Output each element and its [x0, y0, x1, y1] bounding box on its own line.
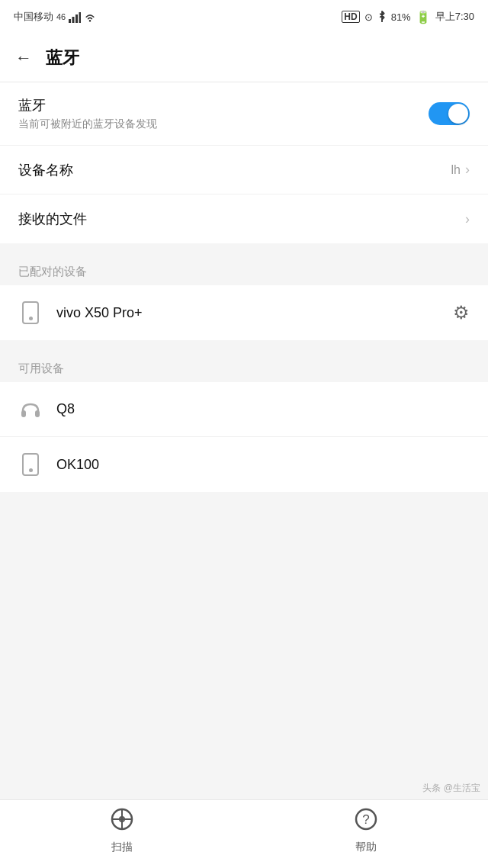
hd-label: HD	[342, 11, 359, 23]
gear-icon-vivo[interactable]: ⚙	[453, 302, 470, 323]
available-device-q8[interactable]: Q8	[0, 382, 488, 437]
device-name-right: lh ›	[451, 162, 470, 178]
nav-scan[interactable]: 扫描	[0, 806, 244, 854]
scan-label: 扫描	[111, 841, 133, 854]
help-icon: ?	[353, 806, 379, 837]
paired-devices-list: vivo X50 Pro+ ⚙	[0, 285, 488, 340]
toggle-knob	[448, 104, 468, 124]
page-title: 蓝牙	[46, 47, 79, 69]
available-devices-list: Q8 OK100	[0, 382, 488, 492]
page-header: ← 蓝牙	[0, 34, 488, 82]
network-type: 46	[56, 12, 66, 21]
paired-section-header: 已配对的设备	[0, 251, 488, 285]
signal-icon	[69, 11, 81, 23]
phone-shape-ok100	[22, 453, 39, 476]
device-left-q8: Q8	[18, 397, 75, 422]
received-files-row[interactable]: 接收的文件 ›	[0, 194, 488, 243]
device-left-vivo: vivo X50 Pro+	[18, 301, 143, 325]
available-section-header: 可用设备	[0, 348, 488, 382]
svg-rect-7	[35, 410, 40, 417]
svg-rect-2	[75, 14, 78, 23]
scan-icon	[109, 806, 135, 837]
ok100-device-name: OK100	[56, 457, 99, 473]
headphone-icon-q8	[18, 397, 43, 422]
help-label: 帮助	[355, 841, 377, 854]
nav-help[interactable]: ? 帮助	[244, 806, 488, 854]
bottom-spacer	[0, 493, 488, 570]
device-name-chevron: ›	[465, 162, 470, 178]
bluetooth-status-icon	[377, 11, 387, 24]
received-files-chevron: ›	[465, 211, 470, 227]
received-files-right: ›	[465, 211, 470, 227]
svg-rect-3	[79, 12, 82, 23]
section-divider-1	[0, 245, 488, 251]
svg-rect-1	[72, 17, 75, 23]
received-files-label: 接收的文件	[18, 210, 87, 228]
status-bar: 中国移动 46 HD ⊙	[0, 0, 488, 34]
svg-rect-0	[69, 19, 71, 23]
svg-text:?: ?	[362, 812, 369, 827]
device-name-row[interactable]: 设备名称 lh ›	[0, 146, 488, 194]
back-button[interactable]: ←	[15, 50, 32, 66]
status-left: 中国移动 46	[14, 10, 96, 24]
bluetooth-labels: 蓝牙 当前可被附近的蓝牙设备发现	[18, 96, 157, 131]
svg-rect-6	[21, 410, 26, 417]
vivo-device-name: vivo X50 Pro+	[56, 305, 143, 321]
bluetooth-toggle-section: 蓝牙 当前可被附近的蓝牙设备发现 设备名称 lh › 接收的文件 ›	[0, 82, 488, 243]
device-name-label: 设备名称	[18, 161, 73, 179]
battery-icon: 🔋	[416, 10, 431, 24]
bottom-nav: 扫描 ? 帮助	[0, 799, 488, 868]
phone-shape	[22, 301, 39, 324]
screen-record-icon: ⊙	[364, 11, 373, 23]
battery-label: 81%	[391, 11, 411, 23]
time-label: 早上7:30	[435, 10, 474, 24]
section-divider-2	[0, 342, 488, 348]
carrier-label: 中国移动	[14, 10, 53, 24]
status-right: HD ⊙ 81% 🔋 早上7:30	[342, 10, 474, 24]
device-left-ok100: OK100	[18, 452, 99, 477]
paired-section: 已配对的设备 vivo X50 Pro+ ⚙	[0, 251, 488, 340]
watermark: 头条 @生活宝	[422, 782, 480, 795]
phone-dot-ok100	[29, 468, 33, 472]
phone-dot	[29, 317, 33, 320]
wifi-icon	[84, 11, 96, 23]
bluetooth-toggle-row[interactable]: 蓝牙 当前可被附近的蓝牙设备发现	[0, 82, 488, 146]
device-name-value: lh	[451, 163, 461, 177]
paired-device-vivo[interactable]: vivo X50 Pro+ ⚙	[0, 285, 488, 340]
q8-device-name: Q8	[56, 401, 75, 417]
available-device-ok100[interactable]: OK100	[0, 437, 488, 492]
bluetooth-sub-label: 当前可被附近的蓝牙设备发现	[18, 117, 157, 131]
bluetooth-toggle[interactable]	[429, 102, 470, 125]
svg-point-4	[89, 20, 91, 21]
phone-icon-vivo	[18, 301, 43, 325]
bluetooth-main-label: 蓝牙	[18, 96, 157, 114]
phone-icon-ok100	[18, 452, 43, 477]
available-section: 可用设备 Q8	[0, 348, 488, 492]
main-content: 蓝牙 当前可被附近的蓝牙设备发现 设备名称 lh › 接收的文件 › 已配对的设	[0, 82, 488, 570]
